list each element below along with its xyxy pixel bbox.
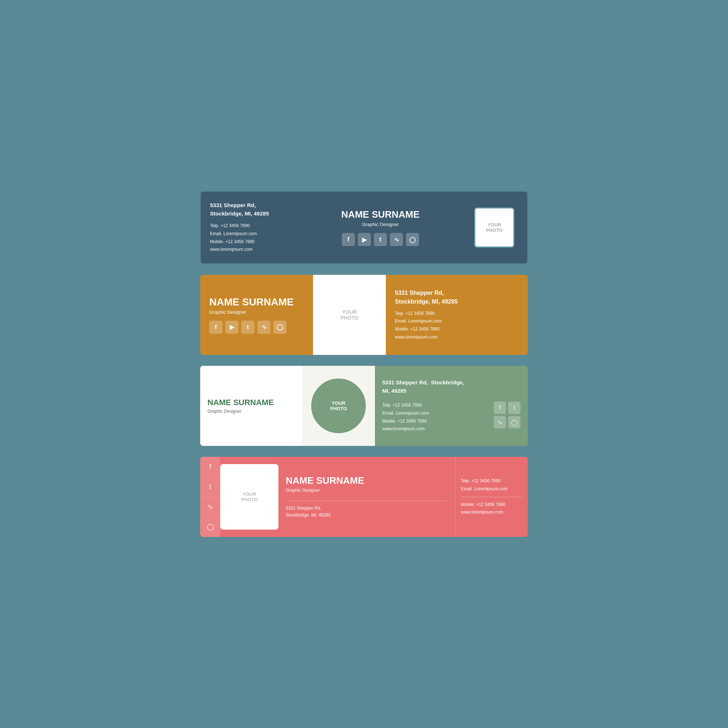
card3-left: NAME SURNAME Graphic Designer [200, 366, 302, 446]
card1-website: www.loremipsum.com [210, 246, 290, 254]
card3-name: NAME SURNAME [208, 398, 295, 407]
card1-address-line1: 5331 Shepper Rd, [210, 202, 256, 208]
card3-mobile: Mobile. +12 3456 7890 [382, 418, 488, 425]
card4-center: NAME SURNAME Graphic Designer 5331 Shepp… [278, 457, 455, 537]
youtube-icon[interactable]: ▶ [225, 321, 239, 334]
card3-email: Email. Loremipsum.com [382, 410, 488, 418]
twitter-icon[interactable]: t [374, 233, 387, 246]
card1-email: Email. Loremipsum.com [210, 230, 290, 238]
email-signatures-container: 5331 Shepper Rd, Stockbridge, MI, 49285 … [200, 191, 528, 537]
instagram-icon[interactable]: ◯ [406, 233, 419, 246]
instagram-icon[interactable]: ◯ [273, 321, 286, 334]
card3-social-icons: f t ∿ ◯ [494, 401, 520, 433]
rss-icon[interactable]: ∿ [390, 233, 403, 246]
card1-address-line2: Stockbridge, MI, 49285 [210, 210, 269, 217]
card2-website: www.loremipsum.com [395, 333, 519, 341]
facebook-icon[interactable]: f [209, 321, 222, 334]
card1-photo: YOURPHOTO [474, 208, 514, 248]
card4-address-line2: Stockbridge, MI, 49285 [286, 512, 330, 518]
card1-mobile: Mobile. +12 3456 7890 [210, 238, 290, 246]
card3-contact-col: Telp. +12 3456 7890 Email. Loremipsum.co… [382, 401, 488, 433]
card2-mobile: Mobile. +12 3456 7890 [395, 326, 519, 333]
card1-name: NAME SURNAME [341, 209, 419, 220]
rss-icon[interactable]: ∿ [257, 321, 271, 334]
card2-left: NAME SURNAME Graphic Designer f ▶ t ∿ ◯ [200, 275, 313, 355]
card4-email: Email. Loremipsum.com [461, 485, 522, 493]
instagram-side-icon[interactable]: ◯ [200, 517, 220, 537]
card3-right-bottom: Telp. +12 3456 7890 Email. Loremipsum.co… [382, 401, 520, 433]
card4-right: Telp. +12 3456 7890 Email. Loremipsum.co… [455, 457, 528, 537]
card4-name: NAME SURNAME [286, 475, 448, 486]
card1: 5331 Shepper Rd, Stockbridge, MI, 49285 … [200, 191, 528, 264]
rss-side-icon[interactable]: ∿ [200, 497, 220, 517]
card2-email: Email. Loremipsum.com [395, 317, 519, 326]
card1-address: 5331 Shepper Rd, Stockbridge, MI, 49285 [210, 201, 290, 218]
twitter-icon[interactable]: t [241, 321, 254, 334]
card2-contact-info: Telp. +12 3456 7890 Email. Loremipsum.co… [395, 310, 519, 341]
card3-right: 5331 Shepper Rd, Stockbridge,MI, 49285 T… [375, 366, 528, 446]
card3-title: Graphic Designer [208, 409, 295, 414]
card4-title: Graphic Designer [286, 488, 448, 493]
card1-title: Graphic Designer [362, 222, 399, 227]
card4-contact-info: Telp. +12 3456 7890 Email. Loremipsum.co… [461, 477, 522, 493]
card4-mobile: Mobile. +12 3456 7890 [461, 501, 522, 509]
facebook-icon[interactable]: f [494, 401, 506, 414]
card3-telp: Telp. +12 3456 7890 [382, 401, 488, 410]
card4-divider [286, 501, 448, 501]
rss-icon[interactable]: ∿ [494, 416, 506, 428]
card3-contact-info: Telp. +12 3456 7890 Email. Loremipsum.co… [382, 401, 488, 433]
card4-photo: YOURPHOTO [220, 464, 278, 530]
instagram-icon[interactable]: ◯ [508, 416, 520, 428]
card2-title: Graphic Designer [209, 309, 304, 315]
card1-photo-right: YOURPHOTO [471, 208, 518, 248]
twitter-side-icon[interactable]: t [200, 477, 220, 497]
card2-social-icons: f ▶ t ∿ ◯ [209, 321, 304, 334]
card3: NAME SURNAME Graphic Designer YOURPHOTO … [200, 366, 528, 446]
card4: f t ∿ ◯ YOURPHOTO NAME SURNAME Graphic D… [200, 457, 528, 537]
youtube-icon[interactable]: ▶ [358, 233, 371, 246]
card2-address: 5331 Shepper Rd, Stockbridge, MI, 49285 [395, 289, 519, 306]
card3-address: 5331 Shepper Rd, Stockbridge,MI, 49285 [382, 379, 520, 395]
card1-contact-info: Telp. +12 3456 7890 Email. Loremipsum.co… [210, 222, 290, 253]
card4-side-icons: f t ∿ ◯ [200, 457, 220, 537]
card1-center: NAME SURNAME Graphic Designer f ▶ t ∿ ◯ [297, 209, 463, 246]
card2-telp: Telp. +12 3456 7890 [395, 310, 519, 318]
card4-right-divider [461, 497, 522, 497]
card2-photo: YOURPHOTO [313, 275, 386, 355]
card1-telp: Telp. +12 3456 7890 [210, 222, 290, 230]
card2-name: NAME SURNAME [209, 296, 304, 308]
card2-right: 5331 Shepper Rd, Stockbridge, MI, 49285 … [386, 275, 528, 355]
facebook-side-icon[interactable]: f [200, 457, 220, 477]
card4-address-line1: 5331 Shepper Rd, [286, 506, 321, 511]
card1-contact-left: 5331 Shepper Rd, Stockbridge, MI, 49285 … [210, 201, 290, 253]
card3-website: www.loremipsum.com [382, 425, 488, 433]
card3-photo-center: YOURPHOTO [302, 366, 375, 446]
twitter-icon[interactable]: t [508, 401, 520, 414]
card4-contact-info-2: Mobile. +12 3456 7890 www.loremipsum.com [461, 501, 522, 517]
card2-address-line2: Stockbridge, MI, 49285 [395, 298, 458, 305]
card4-telp: Telp. +12 3456 7890 [461, 477, 522, 485]
card3-photo: YOURPHOTO [311, 379, 366, 433]
card4-address: 5331 Shepper Rd, Stockbridge, MI, 49285 [286, 505, 448, 519]
card1-social-icons: f ▶ t ∿ ◯ [342, 233, 419, 246]
card4-website: www.loremipsum.com [461, 509, 522, 517]
facebook-icon[interactable]: f [342, 233, 355, 246]
card2-address-line1: 5331 Shepper Rd, [395, 290, 444, 296]
card2: NAME SURNAME Graphic Designer f ▶ t ∿ ◯ … [200, 275, 528, 355]
